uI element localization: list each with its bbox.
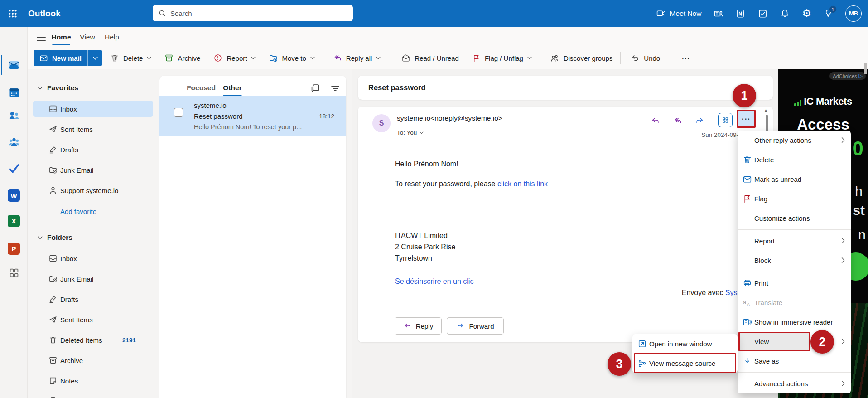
new-mail-button[interactable]: New mail: [34, 50, 102, 66]
meet-now-button[interactable]: Meet Now: [656, 9, 702, 18]
reset-password-link[interactable]: click on this link: [497, 180, 548, 188]
sender-avatar[interactable]: S: [372, 114, 391, 132]
move-folder-icon: [269, 53, 278, 63]
rail-more-apps-icon[interactable]: [0, 264, 28, 282]
rail-powerpoint-icon[interactable]: P: [0, 239, 28, 257]
tab-view[interactable]: View: [78, 27, 96, 47]
sidebar-item-archive[interactable]: Archive: [33, 352, 153, 369]
filter-icon[interactable]: [330, 83, 341, 94]
settings-gear-icon[interactable]: ⚙: [802, 8, 811, 19]
folder-sidebar: Favorites Inbox Sent Items Drafts Junk E…: [28, 69, 157, 398]
menu-item-block[interactable]: Block: [738, 251, 851, 270]
add-favorite-button[interactable]: Add favorite: [33, 203, 153, 219]
flag-unflag-button[interactable]: Flag / Unflag: [467, 50, 537, 66]
page-scrollbar[interactable]: [864, 63, 867, 74]
report-button[interactable]: Report: [208, 50, 261, 66]
sidebar-item-deleted[interactable]: Deleted Items 2191: [33, 332, 153, 348]
to-line[interactable]: To: You: [397, 129, 424, 136]
sidebar-item-favorite-sent[interactable]: Sent Items: [33, 121, 153, 137]
email-preview: Hello Prénom Nom! To reset your p...: [194, 123, 337, 131]
toolbar-overflow-button[interactable]: ···: [676, 50, 695, 66]
email-subject-title: Reset password: [368, 83, 426, 92]
rail-mail-icon[interactable]: [0, 56, 28, 74]
forward-icon[interactable]: [691, 112, 708, 129]
folder-icon: [48, 396, 58, 398]
scroll-up-icon[interactable]: ▴: [765, 107, 767, 112]
menu-item-other-reply-actions[interactable]: Other reply actions: [738, 131, 851, 150]
menu-item-report[interactable]: Report: [738, 231, 851, 251]
rail-todo-icon[interactable]: [0, 159, 28, 177]
tab-other[interactable]: Other: [221, 81, 244, 95]
topbar-actions: Meet Now ⚙ 1 MB: [656, 0, 862, 27]
chevron-right-icon: [841, 338, 845, 345]
todo-notes-icon[interactable]: [758, 9, 768, 19]
immersive-reader-icon: [743, 317, 752, 327]
menu-item-translate[interactable]: aA Translate: [738, 293, 851, 312]
sidebar-item-sent[interactable]: Sent Items: [33, 311, 153, 328]
account-avatar[interactable]: MB: [845, 5, 862, 22]
message-context-menu: Other reply actions Delete Mark as unrea…: [738, 131, 851, 393]
rail-calendar-icon[interactable]: [0, 84, 28, 102]
tab-focused[interactable]: Focused: [186, 81, 217, 95]
sidebar-item-favorite-junk[interactable]: Junk Email: [33, 162, 153, 178]
menu-item-advanced-actions[interactable]: Advanced actions: [738, 374, 851, 393]
reply-all-button[interactable]: Reply all: [328, 50, 386, 66]
teams-icon[interactable]: [714, 9, 723, 19]
chevron-down-icon: [147, 57, 151, 59]
sidebar-item-inbox[interactable]: Inbox: [33, 250, 153, 267]
email-checkbox[interactable]: [174, 108, 183, 117]
sender-address[interactable]: systeme.io<noreply@systeme.io>: [397, 114, 502, 122]
svg-text:A: A: [747, 302, 750, 307]
menu-item-save-as[interactable]: Save as: [738, 351, 851, 371]
read-unread-button[interactable]: Read / Unread: [396, 50, 464, 66]
menu-item-delete[interactable]: Delete: [738, 150, 851, 170]
rail-word-icon[interactable]: W: [0, 186, 28, 204]
sidebar-item-junk[interactable]: Junk Email: [33, 271, 153, 287]
sidebar-item-drafts[interactable]: Drafts: [33, 291, 153, 307]
archive-button[interactable]: Archive: [159, 50, 206, 66]
sidebar-item-favorite-inbox[interactable]: Inbox: [33, 101, 153, 117]
menu-item-print[interactable]: Print: [738, 273, 851, 293]
reply-icon[interactable]: [647, 112, 663, 129]
tab-home[interactable]: Home: [51, 27, 71, 47]
unsubscribe-link[interactable]: Se désinscrire en un clic: [395, 276, 473, 287]
email-list-item[interactable]: systeme.io Reset password 18:12 Hello Pr…: [159, 96, 346, 136]
adchoices-chip[interactable]: AdChoices▷: [829, 72, 866, 80]
menu-item-mark-as-unread[interactable]: Mark as unread: [738, 170, 851, 189]
app-launcher-icon[interactable]: [3, 4, 23, 24]
tab-help[interactable]: Help: [103, 27, 121, 47]
people-group-icon: [550, 53, 559, 63]
menu-item-show-in-immersive-reader[interactable]: Show in immersive reader: [738, 312, 851, 332]
sidebar-item-partial[interactable]: [33, 392, 153, 398]
sidebar-item-favorite-drafts[interactable]: Drafts: [33, 141, 153, 158]
submenu-item-open-in-new-window[interactable]: Open in new window: [632, 334, 738, 354]
onenote-icon[interactable]: [736, 9, 746, 19]
reply-button[interactable]: Reply: [395, 317, 442, 335]
rail-groups-icon[interactable]: [0, 133, 28, 151]
menu-item-flag[interactable]: Flag: [738, 189, 851, 209]
inbox-icon: [48, 104, 58, 113]
message-list-card: Focused Other systeme.io Reset password …: [159, 76, 346, 398]
hamburger-menu-icon[interactable]: [35, 33, 47, 42]
apps-grid-button[interactable]: [718, 113, 733, 127]
move-to-button[interactable]: Move to: [263, 50, 320, 66]
tips-lightbulb-icon[interactable]: 1: [824, 9, 833, 18]
search-input[interactable]: Search: [153, 5, 353, 21]
sidebar-item-notes[interactable]: Notes: [33, 373, 153, 389]
folders-header[interactable]: Folders: [33, 230, 153, 245]
sidebar-item-favorite-support[interactable]: Support systeme.io: [33, 182, 153, 199]
discover-groups-button[interactable]: Discover groups: [545, 50, 618, 66]
reply-all-icon[interactable]: [669, 112, 685, 129]
rail-excel-icon[interactable]: X: [0, 212, 28, 230]
delete-button[interactable]: Delete: [105, 50, 157, 66]
forward-button[interactable]: Forward: [447, 317, 504, 335]
annotation-step-3: 3: [608, 352, 631, 376]
rail-people-icon[interactable]: [0, 107, 28, 125]
new-mail-dropdown[interactable]: [87, 50, 102, 66]
notifications-bell-icon[interactable]: [780, 9, 790, 18]
favorites-header[interactable]: Favorites: [33, 81, 153, 95]
shield-report-icon: [213, 53, 222, 63]
select-all-icon[interactable]: [310, 83, 321, 94]
undo-button[interactable]: Undo: [625, 50, 665, 66]
menu-item-customize-actions[interactable]: Customize actions: [738, 209, 851, 228]
